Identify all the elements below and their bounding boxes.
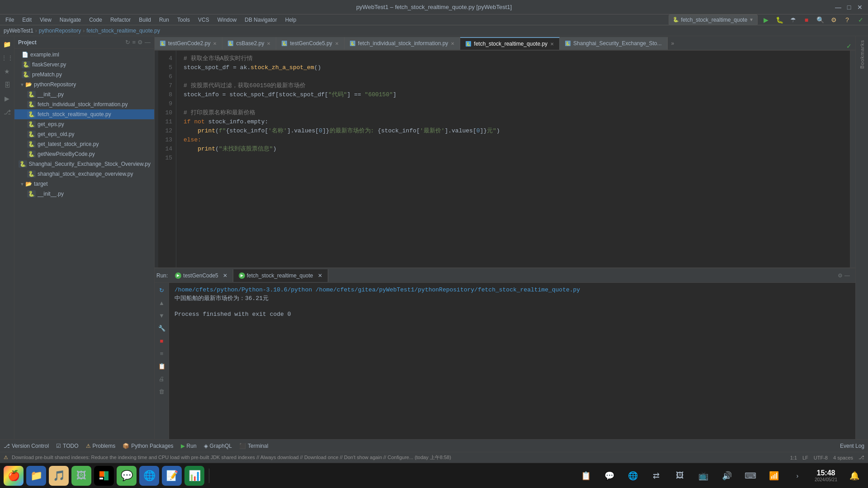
- taskbar-icon-transfer[interactable]: ⇄: [646, 466, 666, 486]
- status-line-sep[interactable]: LF: [802, 455, 808, 460]
- tree-item-target-folder[interactable]: ▼ 📂 target: [14, 179, 154, 189]
- bottom-terminal[interactable]: ⬛ Terminal: [239, 443, 268, 449]
- breadcrumb-file[interactable]: fetch_stock_realtime_quote.py: [86, 28, 160, 34]
- taskbar-clock[interactable]: 15:48 2024/05/21: [811, 469, 841, 482]
- taskbar-icon-finder[interactable]: 📁: [26, 466, 46, 486]
- menu-file[interactable]: File: [2, 16, 18, 24]
- tree-item-fetch-individual[interactable]: 🐍 fetch_individual_stock_information.py: [14, 99, 154, 109]
- run-scroll-up-button[interactable]: ▲: [156, 297, 167, 308]
- sidebar-icon-project[interactable]: 📁: [1, 38, 14, 51]
- tree-item-example-iml[interactable]: 📄 example.iml: [14, 50, 154, 60]
- sidebar-icon-db[interactable]: 🗄: [1, 79, 14, 91]
- tree-item-getnewprice[interactable]: 🐍 getNewPriceByCode.py: [14, 149, 154, 159]
- code-content[interactable]: # 获取全市场A股实时行情 stock_spot_df = ak.stock_z…: [176, 51, 850, 267]
- run-scroll-down-button[interactable]: ▼: [156, 310, 167, 321]
- tree-item-prematch[interactable]: 🐍 preMatch.py: [14, 70, 154, 80]
- tab-more-button[interactable]: »: [668, 37, 678, 50]
- bookmarks-label[interactable]: Bookmarks: [859, 36, 866, 72]
- bottom-version-control[interactable]: ⎇ Version Control: [4, 443, 49, 449]
- settings-button[interactable]: ⚙: [828, 14, 839, 25]
- debug-button[interactable]: 🐛: [774, 14, 785, 25]
- sync-icon[interactable]: ↻: [125, 39, 130, 46]
- taskbar-icon-wifi[interactable]: 📶: [764, 466, 784, 486]
- bottom-run[interactable]: ▶ Run: [181, 443, 197, 449]
- hide-icon[interactable]: —: [145, 39, 151, 46]
- tree-item-shanghai-exchange[interactable]: 🐍 shanghai_stock_exchange_overview.py: [14, 169, 154, 179]
- sidebar-icon-structure[interactable]: ⋮⋮: [1, 52, 14, 64]
- tree-item-get-eps[interactable]: 🐍 get_eps.py: [14, 119, 154, 129]
- menu-build[interactable]: Build: [135, 16, 155, 24]
- taskbar-icon-expand[interactable]: ›: [788, 466, 807, 486]
- menu-db-navigator[interactable]: DB Navigator: [241, 16, 280, 24]
- collapse-icon[interactable]: ≡: [132, 39, 136, 46]
- tree-item-shanghai-overview[interactable]: 🐍 Shanghai_Security_Exchange_Stock_Overv…: [14, 159, 154, 169]
- menu-navigate[interactable]: Navigate: [56, 16, 85, 24]
- menu-vcs[interactable]: VCS: [194, 16, 213, 24]
- taskbar-icon-music[interactable]: 🎵: [49, 466, 69, 486]
- menu-view[interactable]: View: [36, 16, 55, 24]
- editor-scrollbar[interactable]: [850, 51, 855, 267]
- run-export-button[interactable]: 📋: [156, 361, 167, 371]
- run-tab-close[interactable]: ✕: [223, 272, 227, 279]
- sidebar-icon-run[interactable]: ▶: [1, 92, 14, 105]
- search-button[interactable]: 🔍: [815, 14, 826, 25]
- run-filter-button[interactable]: ≡: [156, 348, 167, 359]
- run-script-path[interactable]: /home/cfets/gitea/pyWebTest1/pythonRepos…: [316, 286, 580, 293]
- taskbar-icon-network[interactable]: 🌐: [623, 466, 643, 486]
- status-download-msg[interactable]: Download pre-built shared indexes: Reduc…: [12, 454, 451, 461]
- run-print-button[interactable]: 🖨: [156, 373, 167, 384]
- taskbar-icon-apple[interactable]: 🍎: [4, 466, 24, 486]
- taskbar-icon-files[interactable]: 📋: [576, 466, 596, 486]
- taskbar-icon-jetbrains[interactable]: [94, 466, 114, 486]
- coverage-button[interactable]: ☂: [788, 14, 798, 25]
- bottom-graphql[interactable]: ◈ GraphQL: [204, 443, 232, 449]
- bottom-python-packages[interactable]: 📦 Python Packages: [123, 443, 173, 449]
- bottom-todo[interactable]: ☑ TODO: [56, 443, 78, 449]
- tree-item-get-latest[interactable]: 🐍 get_latest_stock_price.py: [14, 139, 154, 149]
- taskbar-icon-photos[interactable]: 🖼: [71, 466, 91, 486]
- run-settings-icon[interactable]: ⚙: [838, 272, 843, 279]
- taskbar-icon-screen[interactable]: 📺: [693, 466, 713, 486]
- taskbar-icon-excel[interactable]: 📊: [184, 466, 204, 486]
- taskbar-icon-notification[interactable]: 🔔: [844, 466, 864, 486]
- run-stop-button[interactable]: ■: [156, 335, 167, 346]
- run-tab-fetch-realtime[interactable]: ▶ fetch_stock_realtime_quote ✕: [233, 269, 328, 282]
- git-icon[interactable]: ⎇: [859, 455, 864, 460]
- tab-close-button[interactable]: ✕: [213, 41, 217, 46]
- menu-run[interactable]: Run: [156, 16, 173, 24]
- tree-item-python-repo-folder[interactable]: ▼ 📂 pythonRepository: [14, 80, 154, 89]
- taskbar-icon-volume[interactable]: 🔊: [717, 466, 737, 486]
- stop-button[interactable]: ■: [801, 14, 812, 25]
- run-restart-button[interactable]: ↻: [156, 285, 167, 296]
- taskbar-icon-word[interactable]: 📝: [162, 466, 182, 486]
- close-button[interactable]: ✕: [856, 4, 863, 11]
- taskbar-icon-keyboard[interactable]: ⌨: [741, 466, 760, 486]
- tab-close-button[interactable]: ✕: [267, 41, 270, 46]
- maximize-button[interactable]: □: [845, 4, 853, 11]
- run-configuration-selector[interactable]: 🐍 fetch_stock_realtime_quote ▼: [669, 14, 758, 25]
- run-python-path[interactable]: /home/cfets/python/Python-3.10.6/python: [175, 286, 312, 293]
- tab-fetch-realtime[interactable]: 🐍 fetch_stock_realtime_quote.py ✕: [460, 37, 560, 50]
- menu-code[interactable]: Code: [85, 16, 106, 24]
- run-tab-close[interactable]: ✕: [318, 272, 322, 279]
- run-hide-icon[interactable]: —: [844, 272, 850, 279]
- taskbar-icon-photo2[interactable]: 🖼: [670, 466, 690, 486]
- tree-item-fetch-realtime[interactable]: 🐍 fetch_stock_realtime_quote.py: [14, 109, 154, 119]
- help-icon-button[interactable]: ?: [842, 14, 853, 25]
- status-line-col[interactable]: 1:1: [790, 455, 797, 460]
- taskbar-icon-wechat[interactable]: 💬: [117, 466, 137, 486]
- tab-close-button[interactable]: ✕: [451, 41, 454, 46]
- menu-edit[interactable]: Edit: [19, 16, 35, 24]
- minimize-button[interactable]: —: [835, 4, 842, 11]
- menu-refactor[interactable]: Refactor: [107, 16, 134, 24]
- tab-close-button[interactable]: ✕: [335, 41, 339, 46]
- tree-item-target-init[interactable]: 🐍 __init__.py: [14, 189, 154, 199]
- status-encoding[interactable]: UTF-8: [814, 455, 828, 460]
- menu-help[interactable]: Help: [282, 16, 300, 24]
- settings-gear-icon[interactable]: ⚙: [137, 39, 143, 46]
- tree-item-init[interactable]: 🐍 __init__.py: [14, 89, 154, 99]
- tab-close-button[interactable]: ✕: [550, 42, 554, 47]
- tab-csbase2[interactable]: 🐍 csBase2.py ✕: [222, 37, 276, 50]
- tab-shanghai[interactable]: 🐍 Shanghai_Security_Exchange_Sto...: [560, 37, 667, 50]
- sidebar-icon-git[interactable]: ⎇: [1, 106, 14, 118]
